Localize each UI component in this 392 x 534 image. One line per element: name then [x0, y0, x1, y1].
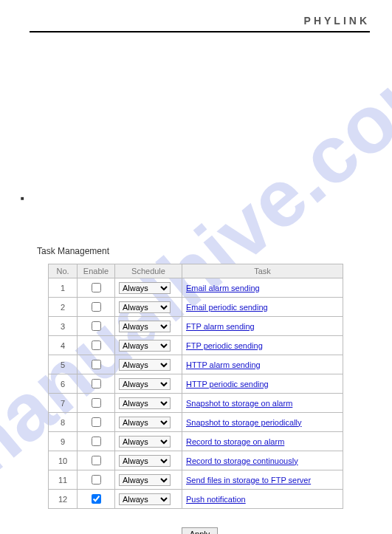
table-row: 3AlwaysFTP alarm sending — [49, 317, 343, 336]
enable-checkbox[interactable] — [92, 360, 101, 369]
row-task-cell: Snapshot to storage periodically — [182, 413, 343, 432]
row-task-cell: HTTP alarm sending — [182, 355, 343, 374]
task-link[interactable]: FTP alarm sending — [186, 322, 255, 331]
row-task-cell: Push notification — [182, 490, 343, 509]
table-row: 12AlwaysPush notification — [49, 490, 343, 509]
schedule-select[interactable]: Always — [119, 301, 171, 313]
table-row: 11AlwaysSend files in storage to FTP ser… — [49, 470, 343, 490]
row-enable-cell — [78, 432, 115, 451]
row-schedule-cell: Always — [115, 432, 182, 451]
row-number: 1 — [49, 278, 78, 298]
row-schedule-cell: Always — [115, 355, 182, 374]
enable-checkbox[interactable] — [92, 302, 101, 312]
table-row: 4AlwaysFTP periodic sending — [49, 336, 343, 355]
row-schedule-cell: Always — [115, 490, 182, 509]
row-number: 11 — [49, 470, 78, 490]
row-schedule-cell: Always — [115, 470, 182, 490]
task-link[interactable]: Email periodic sending — [186, 303, 268, 312]
row-number: 5 — [49, 355, 78, 374]
schedule-select[interactable]: Always — [119, 493, 171, 505]
task-link[interactable]: Email alarm sending — [186, 284, 260, 292]
row-schedule-cell: Always — [115, 374, 182, 394]
col-schedule: Schedule — [115, 264, 182, 278]
table-row: 6AlwaysHTTP periodic sending — [49, 374, 343, 394]
row-enable-cell — [78, 298, 115, 317]
table-header-row: No. Enable Schedule Task — [49, 264, 343, 278]
row-task-cell: Send files in storage to FTP server — [182, 470, 343, 490]
row-task-cell: HTTP periodic sending — [182, 374, 343, 394]
row-schedule-cell: Always — [115, 278, 182, 298]
row-schedule-cell: Always — [115, 336, 182, 355]
schedule-select[interactable]: Always — [119, 282, 171, 294]
table-row: 1AlwaysEmail alarm sending — [49, 278, 343, 298]
schedule-select[interactable]: Always — [119, 436, 171, 448]
row-number: 6 — [49, 374, 78, 394]
row-enable-cell — [78, 336, 115, 355]
task-link[interactable]: Send files in storage to FTP server — [186, 476, 311, 485]
table-row: 8AlwaysSnapshot to storage periodically — [49, 413, 343, 432]
row-enable-cell — [78, 394, 115, 413]
task-link[interactable]: Record to storage continuously — [186, 456, 298, 465]
enable-checkbox[interactable] — [92, 379, 101, 388]
task-link[interactable]: HTTP periodic sending — [186, 380, 269, 388]
row-task-cell: FTP periodic sending — [182, 336, 343, 355]
row-enable-cell — [78, 490, 115, 509]
enable-checkbox[interactable] — [92, 417, 101, 427]
task-link[interactable]: Push notification — [186, 495, 246, 504]
table-row: 5AlwaysHTTP alarm sending — [49, 355, 343, 374]
row-enable-cell — [78, 470, 115, 490]
row-enable-cell — [78, 278, 115, 298]
enable-checkbox[interactable] — [92, 494, 101, 504]
row-number: 3 — [49, 317, 78, 336]
task-link[interactable]: Record to storage on alarm — [186, 437, 284, 446]
enable-checkbox[interactable] — [92, 283, 101, 292]
row-number: 9 — [49, 432, 78, 451]
task-link[interactable]: HTTP alarm sending — [186, 360, 261, 369]
schedule-select[interactable]: Always — [119, 340, 171, 352]
row-number: 12 — [49, 490, 78, 509]
row-task-cell: FTP alarm sending — [182, 317, 343, 336]
schedule-select[interactable]: Always — [119, 359, 171, 371]
enable-checkbox[interactable] — [92, 437, 101, 446]
row-number: 8 — [49, 413, 78, 432]
row-task-cell: Email alarm sending — [182, 278, 343, 298]
row-number: 2 — [49, 298, 78, 317]
table-row: 10AlwaysRecord to storage continuously — [49, 451, 343, 470]
row-schedule-cell: Always — [115, 451, 182, 470]
row-enable-cell — [78, 374, 115, 394]
enable-checkbox[interactable] — [92, 340, 101, 350]
task-link[interactable]: FTP periodic sending — [186, 341, 263, 350]
enable-checkbox[interactable] — [92, 475, 101, 485]
schedule-select[interactable]: Always — [119, 455, 171, 467]
row-task-cell: Record to storage continuously — [182, 451, 343, 470]
schedule-select[interactable]: Always — [119, 397, 171, 409]
row-schedule-cell: Always — [115, 394, 182, 413]
brand-header: PHYLINK — [30, 15, 370, 32]
col-enable: Enable — [78, 264, 115, 278]
row-number: 4 — [49, 336, 78, 355]
row-task-cell: Snapshot to storage on alarm — [182, 394, 343, 413]
schedule-select[interactable]: Always — [119, 321, 171, 332]
schedule-select[interactable]: Always — [119, 378, 171, 390]
enable-checkbox[interactable] — [92, 456, 101, 465]
row-enable-cell — [78, 451, 115, 470]
task-link[interactable]: Snapshot to storage on alarm — [186, 399, 292, 408]
section-title: Task Management — [37, 246, 370, 256]
row-enable-cell — [78, 317, 115, 336]
task-link[interactable]: Snapshot to storage periodically — [186, 418, 302, 427]
enable-checkbox[interactable] — [92, 398, 101, 408]
row-task-cell: Email periodic sending — [182, 298, 343, 317]
enable-checkbox[interactable] — [92, 321, 101, 331]
apply-button[interactable]: Apply — [182, 527, 219, 534]
row-schedule-cell: Always — [115, 317, 182, 336]
row-number: 10 — [49, 451, 78, 470]
schedule-select[interactable]: Always — [119, 417, 171, 428]
col-task: Task — [182, 264, 343, 278]
col-no: No. — [49, 264, 78, 278]
table-row: 2AlwaysEmail periodic sending — [49, 298, 343, 317]
table-row: 7AlwaysSnapshot to storage on alarm — [49, 394, 343, 413]
row-enable-cell — [78, 355, 115, 374]
row-task-cell: Record to storage on alarm — [182, 432, 343, 451]
schedule-select[interactable]: Always — [119, 474, 171, 486]
row-number: 7 — [49, 394, 78, 413]
